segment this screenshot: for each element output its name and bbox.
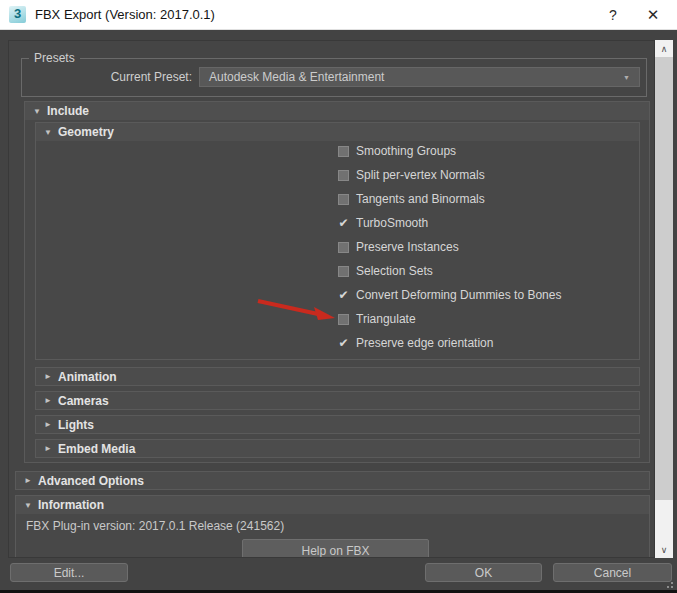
geometry-option-row: ✔TurboSmooth bbox=[337, 211, 561, 235]
section-label: Include bbox=[47, 104, 89, 118]
checkbox-label: Preserve Instances bbox=[356, 240, 459, 254]
triangle-down-icon: ▼ bbox=[24, 501, 38, 510]
current-preset-label: Current Preset: bbox=[22, 70, 192, 84]
checkbox-checked[interactable]: ✔ bbox=[337, 289, 350, 302]
help-icon[interactable]: ? bbox=[593, 0, 633, 30]
section-header-embed-media[interactable]: ► Embed Media bbox=[35, 439, 640, 458]
3dsmax-app-icon: 3 bbox=[9, 6, 26, 23]
triangle-right-icon: ► bbox=[44, 396, 58, 405]
check-icon: ✔ bbox=[338, 337, 348, 349]
triangle-right-icon: ► bbox=[44, 444, 58, 453]
geometry-option-row: ✔Preserve edge orientation bbox=[337, 331, 561, 355]
checkbox-label: Split per-vertex Normals bbox=[356, 168, 485, 182]
geometry-panel: ▼ Geometry Smoothing GroupsSplit per-ver… bbox=[35, 122, 640, 360]
checkbox-label: Triangulate bbox=[356, 312, 416, 326]
checkbox-unchecked[interactable] bbox=[337, 145, 350, 158]
section-label: Animation bbox=[58, 370, 117, 384]
window-title: FBX Export (Version: 2017.0.1) bbox=[35, 7, 215, 22]
titlebar: 3 FBX Export (Version: 2017.0.1) ? ✕ bbox=[0, 0, 677, 30]
checkbox-box bbox=[338, 146, 349, 157]
geometry-option-row: Smoothing Groups bbox=[337, 139, 561, 163]
chevron-down-icon: ▼ bbox=[623, 74, 630, 81]
triangle-down-icon: ▼ bbox=[33, 107, 47, 116]
current-preset-value: Autodesk Media & Entertainment bbox=[209, 70, 384, 84]
geometry-option-row: Triangulate bbox=[337, 307, 561, 331]
checkbox-label: Smoothing Groups bbox=[356, 144, 456, 158]
geometry-option-row: Selection Sets bbox=[337, 259, 561, 283]
section-header-animation[interactable]: ► Animation bbox=[35, 367, 640, 386]
section-label: Information bbox=[38, 498, 104, 512]
section-label: Lights bbox=[58, 418, 94, 432]
geometry-option-row: Tangents and Binormals bbox=[337, 187, 561, 211]
section-header-lights[interactable]: ► Lights bbox=[35, 415, 640, 434]
close-icon[interactable]: ✕ bbox=[633, 0, 673, 30]
presets-group: Presets Current Preset: Autodesk Media &… bbox=[21, 58, 647, 97]
geometry-options: Smoothing GroupsSplit per-vertex Normals… bbox=[337, 139, 561, 355]
triangle-right-icon: ► bbox=[24, 476, 38, 485]
check-icon: ✔ bbox=[338, 289, 348, 301]
ok-button[interactable]: OK bbox=[425, 563, 542, 582]
checkbox-box bbox=[338, 242, 349, 253]
include-panel: ▼ Include ▼ Geometry Smoothing GroupsSpl… bbox=[24, 101, 650, 463]
geometry-option-row: Split per-vertex Normals bbox=[337, 163, 561, 187]
checkbox-unchecked[interactable] bbox=[337, 313, 350, 326]
presets-group-label: Presets bbox=[29, 51, 80, 65]
edit-button[interactable]: Edit... bbox=[10, 563, 128, 582]
information-panel: ▼ Information FBX Plug-in version: 2017.… bbox=[15, 495, 650, 558]
section-label: Cameras bbox=[58, 394, 109, 408]
current-preset-dropdown[interactable]: Autodesk Media & Entertainment ▼ bbox=[199, 67, 640, 87]
section-label: Geometry bbox=[58, 125, 114, 139]
section-header-advanced-options[interactable]: ► Advanced Options bbox=[15, 471, 650, 490]
triangle-right-icon: ► bbox=[44, 372, 58, 381]
checkbox-unchecked[interactable] bbox=[337, 241, 350, 254]
triangle-right-icon: ► bbox=[44, 420, 58, 429]
checkbox-unchecked[interactable] bbox=[337, 169, 350, 182]
checkbox-label: TurboSmooth bbox=[356, 216, 428, 230]
content-viewport: Presets Current Preset: Autodesk Media &… bbox=[8, 40, 655, 558]
section-header-cameras[interactable]: ► Cameras bbox=[35, 391, 640, 410]
checkbox-label: Selection Sets bbox=[356, 264, 433, 278]
checkbox-label: Tangents and Binormals bbox=[356, 192, 485, 206]
checkbox-box bbox=[338, 170, 349, 181]
checkbox-label: Preserve edge orientation bbox=[356, 336, 493, 350]
section-header-include[interactable]: ▼ Include bbox=[25, 102, 649, 120]
checkbox-unchecked[interactable] bbox=[337, 265, 350, 278]
checkbox-box bbox=[338, 314, 349, 325]
fbx-export-dialog: 3 FBX Export (Version: 2017.0.1) ? ✕ Pre… bbox=[0, 0, 677, 593]
scroll-up-icon[interactable]: ∧ bbox=[655, 40, 673, 57]
checkbox-checked[interactable]: ✔ bbox=[337, 337, 350, 350]
triangle-down-icon: ▼ bbox=[44, 128, 58, 137]
cancel-button[interactable]: Cancel bbox=[553, 563, 672, 582]
vertical-scrollbar[interactable]: ∧ ∨ bbox=[655, 40, 673, 558]
help-on-fbx-button[interactable]: Help on FBX bbox=[242, 539, 429, 558]
geometry-option-row: Preserve Instances bbox=[337, 235, 561, 259]
geometry-option-row: ✔Convert Deforming Dummies to Bones bbox=[337, 283, 561, 307]
checkbox-box bbox=[338, 194, 349, 205]
section-label: Advanced Options bbox=[38, 474, 144, 488]
scrollbar-thumb[interactable] bbox=[655, 57, 673, 500]
section-header-information[interactable]: ▼ Information bbox=[16, 496, 649, 514]
checkbox-box bbox=[338, 266, 349, 277]
scroll-down-icon[interactable]: ∨ bbox=[655, 541, 673, 558]
plugin-version-text: FBX Plug-in version: 2017.0.1 Release (2… bbox=[26, 519, 284, 533]
resize-grip[interactable] bbox=[671, 586, 673, 588]
checkbox-unchecked[interactable] bbox=[337, 193, 350, 206]
checkbox-label: Convert Deforming Dummies to Bones bbox=[356, 288, 561, 302]
section-label: Embed Media bbox=[58, 442, 135, 456]
check-icon: ✔ bbox=[338, 217, 348, 229]
checkbox-checked[interactable]: ✔ bbox=[337, 217, 350, 230]
